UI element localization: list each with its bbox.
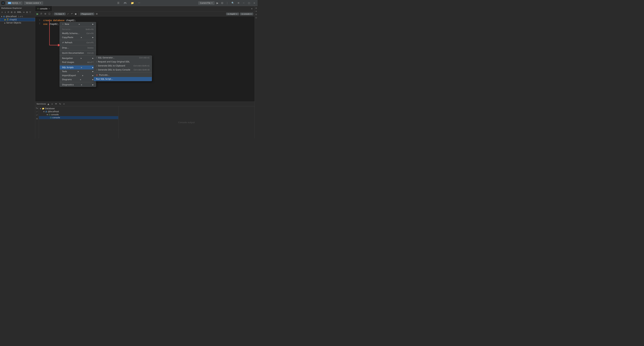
rename-menu-item: Rename... Shift+F6 xyxy=(60,27,96,31)
sep4 xyxy=(60,50,96,51)
grid-icon[interactable]: ⊞ xyxy=(26,11,28,14)
debug-icon[interactable]: ⊟ xyxy=(220,1,224,5)
chap02-item[interactable]: ▶ 🗄 chap02 xyxy=(0,18,35,21)
server-objects-item[interactable]: ▶ Server Objects xyxy=(0,21,35,24)
db-explorer-header: Database Explorer xyxy=(0,6,35,10)
console-tab-label: console xyxy=(40,8,48,10)
jump-icon[interactable]: ↔ xyxy=(22,11,25,14)
run-icon[interactable]: ▶ xyxy=(216,1,219,5)
services-refresh-btn[interactable]: ↻ xyxy=(59,102,62,106)
bottom-panel: Services ▲ × 👁 ↻ + Tx ✓ ↶ ⊞ ▼ 📁 xyxy=(35,102,254,138)
console-file-icon: ⊟ xyxy=(50,116,52,119)
more-icon[interactable]: ··· xyxy=(137,1,141,5)
quick-doc-menu-item[interactable]: Quick Documentation Ctrl+Q xyxy=(60,51,96,55)
generate-ddl-query-item[interactable]: ⤴ Generate DDL to Query Console Ctrl+Alt… xyxy=(94,68,152,72)
trash-icon: 🗑 xyxy=(96,74,98,76)
console-group-item[interactable]: ▼ ⊟ console xyxy=(39,113,118,116)
new-icon: + xyxy=(62,23,64,25)
hamburger-icon[interactable]: ☰ xyxy=(116,1,120,5)
collapse-icon[interactable]: ↓ xyxy=(4,11,7,14)
localhost-srv-item[interactable]: ▼ 🖧 @localhost xyxy=(39,110,118,113)
modify-schema-menu-item[interactable]: Modify Schema... Ctrl+F6 xyxy=(60,31,96,36)
filter-schema-icon[interactable]: ⊟ xyxy=(14,11,16,14)
current-file-btn[interactable]: Current File ▼ xyxy=(198,1,215,5)
schema-icon[interactable]: ⊞ xyxy=(10,11,13,14)
grid-strip-icon[interactable]: ⊞ xyxy=(36,117,38,120)
console-tab-icon: ⊟ xyxy=(37,8,39,10)
mysql-btn[interactable]: MS MySQL ▼ xyxy=(6,1,22,5)
services-up-btn[interactable]: ▲ xyxy=(47,102,50,106)
console-srv-item[interactable]: ⊟ console xyxy=(39,116,118,119)
right-icon-4[interactable]: ⊡ xyxy=(255,16,257,19)
run-query-btn[interactable]: ▶ xyxy=(36,12,38,16)
localhost-item[interactable]: ▼ 🖧 @localhost 1 of 6 xyxy=(0,15,35,18)
import-export-menu-item[interactable]: Import/Export ▶ xyxy=(60,74,96,78)
request-copy-ddl-item[interactable]: ⤴ Request and Copy Original DDL xyxy=(94,60,152,64)
folder-icon[interactable]: 📁 xyxy=(130,1,135,5)
maximize-btn[interactable]: □ xyxy=(247,1,251,5)
run-sql-script-item[interactable]: Run SQL Script... xyxy=(94,77,152,81)
sep7 xyxy=(60,82,96,82)
navigation-menu-item[interactable]: Navigation ▶ xyxy=(60,56,96,60)
settings-icon[interactable]: ⚙ xyxy=(236,1,240,5)
filter-icon[interactable]: ▽ xyxy=(29,11,32,14)
rollback-icon[interactable]: ↶ xyxy=(70,12,73,16)
search-icon[interactable]: 🔍 xyxy=(230,1,235,5)
more-options-icon[interactable]: ⋮ xyxy=(225,1,229,5)
refresh-menu-item[interactable]: ↺ Refresh Ctrl+F5 xyxy=(60,41,96,45)
minimize-btn[interactable]: − xyxy=(242,1,246,5)
right-icon-3[interactable]: ⊟ xyxy=(255,13,257,16)
stop-icon[interactable]: ◼ xyxy=(74,12,77,16)
generate-ddl-clipboard-item[interactable]: ⤴ Generate DDL to Clipboard Ctrl+Alt+Shi… xyxy=(94,64,152,68)
drop-menu-item[interactable]: Drop... Delete xyxy=(60,46,96,50)
new-submenu-arrow: ▶ xyxy=(79,23,80,25)
copy-paste-menu-item[interactable]: Copy/Paste ▶ xyxy=(60,36,96,40)
info-btn[interactable]: ⓘ xyxy=(48,12,51,16)
tools-menu-item[interactable]: Tools ▶ xyxy=(60,70,96,74)
close-btn[interactable]: × xyxy=(252,1,256,5)
ddl-btn[interactable]: DDL xyxy=(16,11,22,14)
history-btn[interactable]: ⏱ xyxy=(40,12,43,16)
line-numbers: 1 2 xyxy=(35,19,42,26)
commit-icon[interactable]: ✓ xyxy=(66,12,70,16)
check-strip-icon[interactable]: ✓ xyxy=(36,110,38,113)
add-icon[interactable]: + xyxy=(1,11,4,14)
external-link-icon3: ⤴ xyxy=(96,65,97,67)
services-eye-btn[interactable]: 👁 xyxy=(54,102,58,106)
sql-scripts-menu-item[interactable]: SQL Scripts ▶ xyxy=(60,66,96,70)
localhost-srv-icon: 🖧 xyxy=(45,110,47,113)
services-add-btn[interactable]: + xyxy=(62,102,66,106)
truncate-item[interactable]: 🗑 Truncate... xyxy=(94,73,152,77)
playground-btn[interactable]: Playground ▼ xyxy=(80,13,94,15)
services-tree: ▼ 📁 Database ▼ 🖧 @localhost ▼ ⊟ xyxy=(39,106,118,138)
tab-close-btn[interactable]: × xyxy=(48,8,50,10)
external-link-icon1: ⤴ xyxy=(96,57,97,59)
close-editor-btn[interactable]: × xyxy=(250,7,253,10)
tab-bar: ⊟ console × × xyxy=(35,6,254,12)
diagnostics-menu-item[interactable]: Diagnostics ▶ xyxy=(60,83,96,87)
import-export-arrow: ▶ xyxy=(82,75,84,76)
separator2 xyxy=(78,13,79,15)
services-close-btn[interactable]: × xyxy=(51,102,54,106)
find-usages-menu-item[interactable]: Find Usages Alt+F7 xyxy=(60,60,96,64)
right-icon-2[interactable]: ≡ xyxy=(255,10,257,13)
chap02-db-btn[interactable]: ⊟ chap02 ▼ xyxy=(226,13,239,15)
diagrams-menu-item[interactable]: Diagrams ▶ xyxy=(60,78,96,82)
refresh-icon[interactable]: ⟳ xyxy=(7,11,10,14)
database-group[interactable]: ▼ 📁 Database xyxy=(39,107,118,110)
context-menu: + New ▶ Rename... Shift+F6 Modify Schema… xyxy=(60,22,96,87)
settings-btn[interactable]: ⚙ xyxy=(44,12,47,16)
version-control-btn[interactable]: Version control ▼ xyxy=(24,1,43,5)
editor-toolbar: ▶ ⏱ ⚙ ⓘ Tx: Auto ▼ ✓ ↶ ◼ Playground ▼ ⊞ xyxy=(35,12,254,17)
rollback-strip-icon[interactable]: ↶ xyxy=(36,114,38,117)
gamepad-icon[interactable]: 🎮 xyxy=(123,1,128,5)
tx-auto-btn[interactable]: Tx: Auto ▼ xyxy=(54,13,66,15)
new-menu-item[interactable]: + New ▶ xyxy=(60,22,96,26)
bottom-content: Tx ✓ ↶ ⊞ ▼ 📁 Database ▼ 🖧 @local xyxy=(35,106,254,138)
right-icon-1[interactable]: ⊞ xyxy=(255,7,257,10)
console-output: Console output xyxy=(118,106,254,138)
grid-view-icon[interactable]: ⊞ xyxy=(95,12,98,16)
sql-generator-item[interactable]: ⤴ SQL Generator... Ctrl+Alt+G xyxy=(94,56,152,60)
console-tab[interactable]: ⊟ console × xyxy=(35,6,52,11)
console-selector-btn[interactable]: ⊟ console ▼ xyxy=(240,13,253,15)
